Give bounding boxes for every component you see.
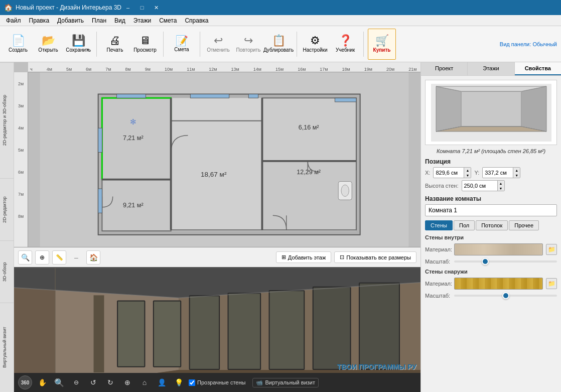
plan-area[interactable]: ч 4м 5м 6м 7м 8м 9м 10м 11м 12м 13м 14м … bbox=[14, 62, 420, 268]
height-down[interactable]: ▼ bbox=[497, 186, 504, 191]
walls-outside-slider[interactable] bbox=[454, 295, 557, 297]
settings-icon: ⚙ bbox=[310, 35, 320, 46]
sidebar-tab-virtual[interactable]: Виртуальный визит bbox=[0, 303, 14, 392]
menu-estimate[interactable]: Смета bbox=[155, 16, 181, 25]
minimize-button[interactable]: – bbox=[121, 3, 134, 13]
walls-inside-title: Стены внутри bbox=[425, 234, 557, 240]
toolbar-btn-duplicate[interactable]: 📋 Дублировать bbox=[264, 29, 293, 60]
svg-rect-46 bbox=[229, 294, 260, 369]
x-label: X: bbox=[425, 170, 430, 176]
tab-project[interactable]: Проект bbox=[421, 62, 468, 75]
home-view-button[interactable]: 🏠 bbox=[86, 250, 100, 265]
measure-tool-button[interactable]: 📏 bbox=[52, 250, 66, 265]
height-input-group[interactable]: ▲ ▼ bbox=[462, 180, 505, 191]
toolbar-btn-preview[interactable]: 🖥 Просмотр bbox=[131, 29, 159, 60]
menu-edit[interactable]: Правка bbox=[25, 16, 54, 25]
btn-zoom-in-3d[interactable]: 🔍 bbox=[52, 375, 66, 389]
svg-rect-19 bbox=[116, 94, 146, 98]
btn-360[interactable]: 360 bbox=[18, 375, 32, 389]
ruler-tick: 13м bbox=[231, 67, 239, 72]
height-up[interactable]: ▲ bbox=[497, 181, 504, 186]
height-input[interactable] bbox=[462, 182, 497, 190]
floorplan-container[interactable]: 7,21 м² ✻ 18,67 м² 12,29 м² 6,16 м² bbox=[28, 72, 420, 247]
y-input[interactable] bbox=[483, 169, 513, 177]
maximize-button[interactable]: □ bbox=[135, 3, 149, 13]
btn-person[interactable]: 👤 bbox=[155, 375, 169, 389]
toolbar-btn-redo[interactable]: ↪ Повторить bbox=[234, 29, 262, 60]
btn-orbit[interactable]: ⊕ bbox=[120, 375, 134, 389]
toolbar-btn-undo[interactable]: ↩ Отменить bbox=[204, 29, 232, 60]
toolbar-btn-open[interactable]: 📂 Открыть bbox=[34, 29, 62, 60]
zoom-out-button[interactable]: 🔍 bbox=[18, 250, 32, 265]
y-input-group[interactable]: ▲ ▼ bbox=[482, 167, 520, 178]
tab-floors[interactable]: Этажи bbox=[468, 62, 514, 75]
walls-inside-swatch[interactable] bbox=[454, 243, 543, 255]
show-sizes-icon: ⊡ bbox=[340, 254, 344, 260]
separator-4 bbox=[297, 32, 297, 57]
tab-properties[interactable]: Свойства bbox=[515, 62, 561, 75]
btn-light[interactable]: 💡 bbox=[172, 375, 186, 389]
menu-view[interactable]: Вид bbox=[110, 16, 129, 25]
zoom-in-button[interactable]: ⊕ bbox=[35, 250, 49, 265]
surface-tab-other[interactable]: Прочее bbox=[509, 220, 539, 230]
menu-file[interactable]: Файл bbox=[2, 16, 25, 25]
walls-outside-scale-label: Масштаб: bbox=[425, 293, 451, 299]
undo-label: Отменить bbox=[207, 47, 230, 53]
btn-rotate-right[interactable]: ↻ bbox=[103, 375, 117, 389]
menu-plan[interactable]: План bbox=[88, 16, 110, 25]
close-button[interactable]: ✕ bbox=[150, 3, 163, 13]
ruler-tick: 12м bbox=[209, 67, 217, 72]
walls-outside-open-button[interactable]: 📁 bbox=[546, 278, 557, 289]
toolbar-btn-tutorial[interactable]: ❓ Учебник bbox=[331, 29, 359, 60]
sidebar-tab-2d3d[interactable]: 2D-редактор и 3D-обзор bbox=[0, 62, 14, 178]
walls-outside-thumb[interactable] bbox=[502, 292, 509, 299]
sidebar-tab-3d[interactable]: 3D-обзор bbox=[0, 240, 14, 303]
btn-hand[interactable]: ✋ bbox=[35, 375, 49, 389]
transparent-walls-input[interactable] bbox=[189, 379, 195, 386]
ruler-tick: 20м bbox=[386, 67, 394, 72]
buy-label: Купить bbox=[373, 47, 391, 53]
view3d-toolbar: 360 ✋ 🔍 ⊖ ↺ ↻ ⊕ ⌂ 👤 💡 Прозрачные стены 📹… bbox=[14, 373, 420, 392]
toolbar-btn-save[interactable]: 💾 Сохранить ▼ bbox=[64, 29, 92, 60]
x-down[interactable]: ▼ bbox=[464, 173, 471, 178]
ruler-tick: 8м bbox=[125, 67, 131, 72]
surface-tab-floor[interactable]: Пол bbox=[454, 220, 475, 230]
btn-reset-view[interactable]: ⌂ bbox=[137, 375, 152, 389]
panel-view-value[interactable]: Обычный bbox=[532, 41, 557, 47]
sidebar-tab-2d[interactable]: 2D-редактор bbox=[0, 178, 14, 240]
toolbar-btn-buy[interactable]: 🛒 Купить bbox=[368, 29, 396, 60]
toolbar-btn-print[interactable]: 🖨 Печать bbox=[101, 29, 129, 60]
walls-inside-thumb[interactable] bbox=[482, 258, 489, 265]
surface-tab-walls[interactable]: Стены bbox=[425, 220, 453, 230]
menu-floors[interactable]: Этажи bbox=[129, 16, 155, 25]
show-sizes-button[interactable]: ⊡ Показывать все размеры bbox=[334, 251, 416, 263]
open-label: Открыть bbox=[38, 47, 58, 53]
toolbar: 📄 Создать 📂 Открыть 💾 Сохранить ▼ 🖨 Печа… bbox=[0, 26, 561, 62]
position-title: Позиция bbox=[425, 158, 557, 165]
btn-rotate-left[interactable]: ↺ bbox=[86, 375, 100, 389]
walls-outside-title: Стены снаружи bbox=[425, 269, 557, 275]
y-up[interactable]: ▲ bbox=[513, 168, 520, 173]
walls-outside-swatch[interactable] bbox=[454, 278, 543, 290]
y-down[interactable]: ▼ bbox=[513, 173, 520, 178]
toolbar-btn-estimate[interactable]: 📝 Смета bbox=[168, 29, 196, 60]
x-up[interactable]: ▲ bbox=[464, 168, 471, 173]
ruler-tick: 5м bbox=[66, 67, 72, 72]
x-input-group[interactable]: ▲ ▼ bbox=[433, 167, 471, 178]
toolbar-btn-settings[interactable]: ⚙ Настройки bbox=[301, 29, 329, 60]
transparent-walls-checkbox[interactable]: Прозрачные стены bbox=[189, 379, 245, 386]
room-name-input[interactable] bbox=[425, 204, 557, 216]
surface-tabs: Стены Пол Потолок Прочее bbox=[425, 220, 557, 230]
svg-rect-44 bbox=[154, 302, 180, 366]
x-input[interactable] bbox=[434, 169, 464, 177]
menu-help[interactable]: Справка bbox=[181, 16, 212, 25]
walls-inside-slider[interactable] bbox=[454, 260, 557, 263]
toolbar-btn-create[interactable]: 📄 Создать bbox=[4, 29, 32, 60]
add-floor-button[interactable]: ⊞ Добавить этаж bbox=[276, 251, 331, 263]
view3d-area[interactable]: ТВОИ ПРОГРАММЫ РУ 360 ✋ 🔍 ⊖ ↺ ↻ ⊕ ⌂ 👤 💡 … bbox=[14, 268, 420, 392]
btn-zoom-out-3d[interactable]: ⊖ bbox=[69, 375, 83, 389]
surface-tab-ceiling[interactable]: Потолок bbox=[476, 220, 508, 230]
menu-add[interactable]: Добавить bbox=[53, 16, 88, 25]
walls-inside-open-button[interactable]: 📁 bbox=[546, 244, 557, 255]
virtual-visit-button[interactable]: 📹 Виртуальный визит bbox=[252, 378, 319, 387]
